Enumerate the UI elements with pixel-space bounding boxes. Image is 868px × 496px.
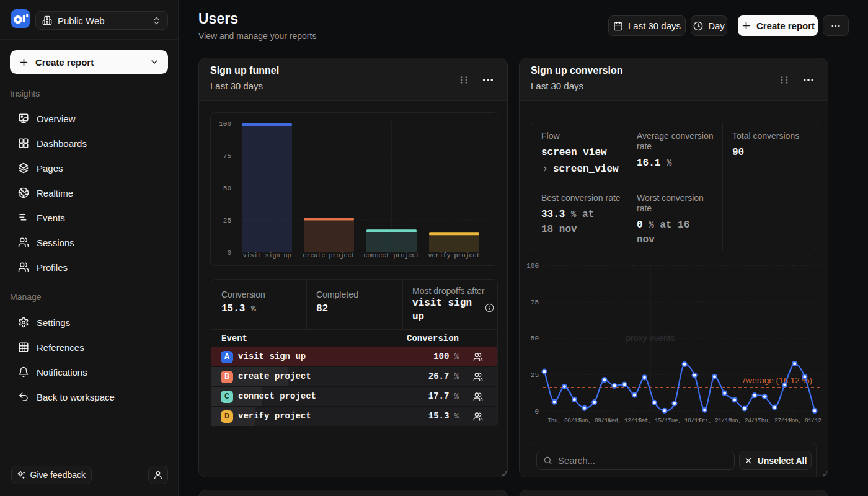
svg-text:verify project: verify project xyxy=(428,252,480,259)
svg-text:25: 25 xyxy=(531,371,539,379)
svg-text:50: 50 xyxy=(223,185,231,192)
svg-text:Sat, 15/11: Sat, 15/11 xyxy=(638,417,671,424)
svg-text:25: 25 xyxy=(223,217,231,224)
svg-text:Mon, 24/11: Mon, 24/11 xyxy=(728,417,761,424)
svg-text:Sun, 09/11: Sun, 09/11 xyxy=(578,417,611,424)
svg-text:Average (16.12 %): Average (16.12 %) xyxy=(743,376,812,385)
svg-text:100: 100 xyxy=(526,262,539,270)
svg-text:proxy events: proxy events xyxy=(626,333,675,343)
svg-text:Thu, 06/11: Thu, 06/11 xyxy=(547,417,581,424)
svg-text:create project: create project xyxy=(303,252,355,259)
svg-text:0: 0 xyxy=(534,408,539,415)
svg-text:connect project: connect project xyxy=(363,252,419,259)
svg-text:50: 50 xyxy=(531,335,539,342)
svg-text:Tue, 18/11: Tue, 18/11 xyxy=(668,417,701,424)
svg-text:Fri, 21/11: Fri, 21/11 xyxy=(698,417,732,424)
svg-text:75: 75 xyxy=(531,299,539,306)
svg-text:100: 100 xyxy=(219,120,231,128)
svg-text:Thu, 27/11: Thu, 27/11 xyxy=(758,417,791,424)
svg-text:Wed, 12/11: Wed, 12/11 xyxy=(608,417,641,424)
svg-text:Mon, 01/12: Mon, 01/12 xyxy=(788,417,822,424)
svg-text:75: 75 xyxy=(223,153,231,160)
svg-text:visit sign up: visit sign up xyxy=(242,252,291,259)
svg-text:0: 0 xyxy=(227,249,231,257)
